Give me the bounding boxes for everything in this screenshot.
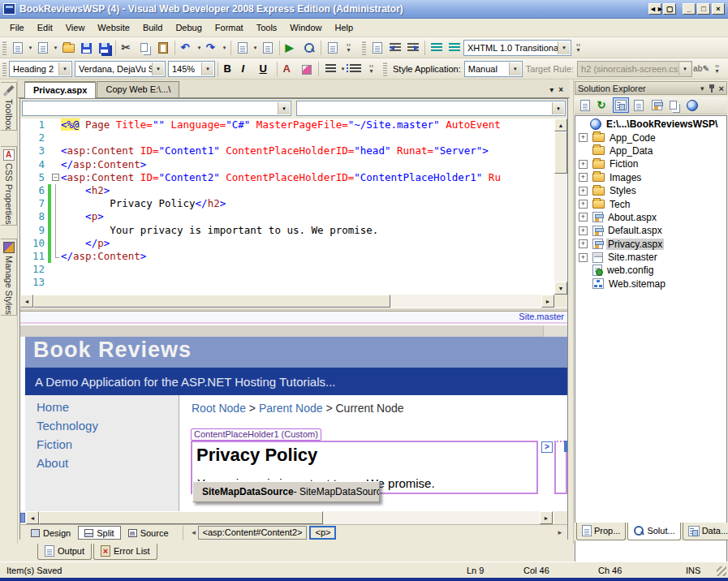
start-debugging-button[interactable]: ▶ [282, 39, 300, 57]
source-vertical-scrollbar[interactable]: ▲ ▼ [554, 118, 567, 295]
tree-item-images[interactable]: +Images [575, 171, 726, 184]
view-code-button[interactable] [631, 97, 647, 113]
event-dropdown[interactable]: ▾ [296, 101, 566, 116]
target-rule-select[interactable]: h2 (sinorcaish-screen.cs▾ [577, 61, 692, 77]
chevron-down-icon[interactable]: ▾ [339, 60, 347, 78]
pane-splitter-grip[interactable] [20, 513, 25, 523]
tag-nav-right-icon[interactable]: ► [556, 526, 564, 540]
chevron-down-icon[interactable]: ▾ [52, 39, 59, 57]
toolbar-overflow-icon[interactable]: ››▾ [712, 60, 722, 78]
chevron-down-icon[interactable]: ▾ [252, 39, 259, 57]
tree-item-privacy-aspx[interactable]: +Privacy.aspx [575, 238, 726, 251]
close-document-icon[interactable]: × [558, 85, 563, 94]
design-surface[interactable]: Book Reviews A Demo Application for the … [20, 325, 567, 511]
paste-button[interactable] [154, 39, 172, 57]
copy-button[interactable] [136, 39, 154, 57]
new-web-site-button[interactable] [9, 39, 27, 57]
tab-output[interactable]: Output [37, 544, 92, 560]
sidebar-tab-css-properties[interactable]: ACSS Properties [1, 146, 17, 226]
tree-item-default-aspx[interactable]: +Default.aspx [575, 224, 726, 237]
redo-button[interactable]: ↷ [203, 39, 221, 57]
collapse-icon[interactable]: − [52, 174, 59, 181]
menu-format[interactable]: Format [209, 20, 250, 35]
window-position-icon[interactable]: ▾ [700, 84, 704, 93]
chevron-down-icon[interactable]: ▾ [221, 39, 228, 57]
aspnet-configuration-button[interactable] [684, 97, 700, 113]
tree-item-web-sitemap[interactable]: +Web.sitemap [575, 278, 726, 290]
style-application-select[interactable]: Manual▾ [464, 61, 523, 77]
increase-indent-button[interactable] [404, 39, 422, 57]
menu-tools[interactable]: Tools [250, 20, 284, 35]
tree-item-site-master[interactable]: +Site.master [575, 251, 726, 264]
design-heading[interactable]: Privacy Policy [196, 445, 536, 466]
maximize-button[interactable]: □ [697, 3, 710, 15]
comment-selection-button[interactable] [428, 39, 446, 57]
toolbar-grip[interactable] [362, 41, 366, 55]
tree-item-e-bookreviewswsp[interactable]: +E:\...\BookReviewsWSP\ [575, 118, 726, 131]
design-nav-technology[interactable]: Technology [37, 419, 179, 433]
resize-grip[interactable] [717, 566, 726, 576]
tool-tab-prop[interactable]: Prop... [576, 523, 626, 540]
tag-nav-left-icon[interactable]: ◄ [190, 526, 198, 540]
italic-button[interactable]: I [239, 60, 256, 78]
menu-file[interactable]: File [3, 20, 31, 35]
toolbar-overflow-icon[interactable]: ››▾ [343, 39, 354, 57]
open-file-button[interactable] [59, 39, 77, 57]
tool-tab-solut[interactable]: Solut... [627, 523, 680, 540]
decrease-indent-button[interactable] [386, 39, 404, 57]
tab-privacy-aspx[interactable]: Privacy.aspx [24, 81, 96, 98]
design-nav-about[interactable]: About [37, 456, 179, 470]
chevron-down-icon[interactable]: ▾ [196, 39, 203, 57]
solution-explorer-header[interactable]: Solution Explorer ▾ × [575, 81, 727, 95]
expand-icon[interactable]: + [579, 173, 588, 182]
html-doc-button[interactable] [368, 39, 386, 57]
source-view-button[interactable]: ▤ Source [123, 526, 174, 540]
tree-item-fiction[interactable]: +Fiction [575, 157, 726, 170]
window-arrows-button[interactable]: ◄► [648, 3, 661, 15]
save-button[interactable] [77, 39, 95, 57]
tree-item-about-aspx[interactable]: +About.aspx [575, 211, 726, 224]
undo-button[interactable]: ↶ [178, 39, 196, 57]
source-editor[interactable]: 1<%@ Page Title="" Language="C#" MasterP… [20, 118, 554, 295]
expand-icon[interactable]: + [579, 239, 588, 248]
font-select[interactable]: Verdana, DejaVu S▾ [75, 61, 166, 77]
tool-tab-data[interactable]: Data... [683, 523, 728, 540]
tag-navigator-item[interactable]: <asp:Content#Content2> [198, 526, 308, 540]
toolbar-overflow-icon[interactable]: ››▾ [366, 60, 377, 78]
tab-copy-web[interactable]: Copy Web E:\...\ [97, 81, 179, 97]
expand-icon[interactable]: + [579, 253, 588, 262]
add-new-item-button[interactable] [34, 39, 52, 57]
breadcrumb-parent-node[interactable]: Parent Node [259, 402, 323, 415]
title-bar[interactable]: BookReviewsWSP (4) - Visual Web Develope… [0, 0, 728, 19]
alignment-button[interactable] [321, 60, 339, 78]
view-in-browser-button[interactable] [300, 39, 318, 57]
expand-icon[interactable]: + [579, 160, 588, 169]
solution-tree[interactable]: +E:\...\BookReviewsWSP\+App_Code+App_Dat… [575, 115, 727, 581]
menu-edit[interactable]: Edit [31, 20, 59, 35]
sidebar-tab-manage-styles[interactable]: Manage Styles [1, 239, 17, 316]
font-size-select[interactable]: 145%▾ [168, 61, 215, 77]
sidebar-tab-toolbox[interactable]: Toolbox [1, 82, 17, 131]
pin-icon[interactable] [709, 84, 715, 93]
navigate-button[interactable] [234, 39, 252, 57]
source-horizontal-scrollbar[interactable]: ◄ ► [20, 295, 554, 308]
tree-item-styles[interactable]: +Styles [575, 184, 726, 197]
menu-window[interactable]: Window [283, 20, 328, 35]
tab-error-list[interactable]: Error List [93, 544, 157, 560]
window-popout-button[interactable]: ▢ [663, 3, 676, 15]
menu-help[interactable]: Help [328, 20, 360, 35]
menu-view[interactable]: View [59, 20, 92, 35]
menu-website[interactable]: Website [91, 20, 136, 35]
new-window-button[interactable] [324, 39, 342, 57]
doctype-select[interactable]: XHTML 1.0 Transitional ( ▾ [463, 40, 571, 56]
minimize-button[interactable]: _ [683, 3, 696, 15]
format-document-button[interactable] [259, 39, 277, 57]
tree-item-app-code[interactable]: +App_Code [575, 131, 726, 144]
uncomment-selection-button[interactable] [446, 39, 463, 57]
breadcrumb-root-node[interactable]: Root Node [192, 402, 246, 415]
toolbar-overflow-icon[interactable]: ››▾ [573, 39, 584, 57]
smart-tag-button[interactable]: > [541, 441, 553, 453]
tree-item-app-data[interactable]: +App_Data [575, 144, 726, 157]
content-placeholder-label[interactable]: ContentPlaceHolder1 (Custom) [191, 428, 321, 441]
expand-icon[interactable]: + [579, 187, 588, 196]
